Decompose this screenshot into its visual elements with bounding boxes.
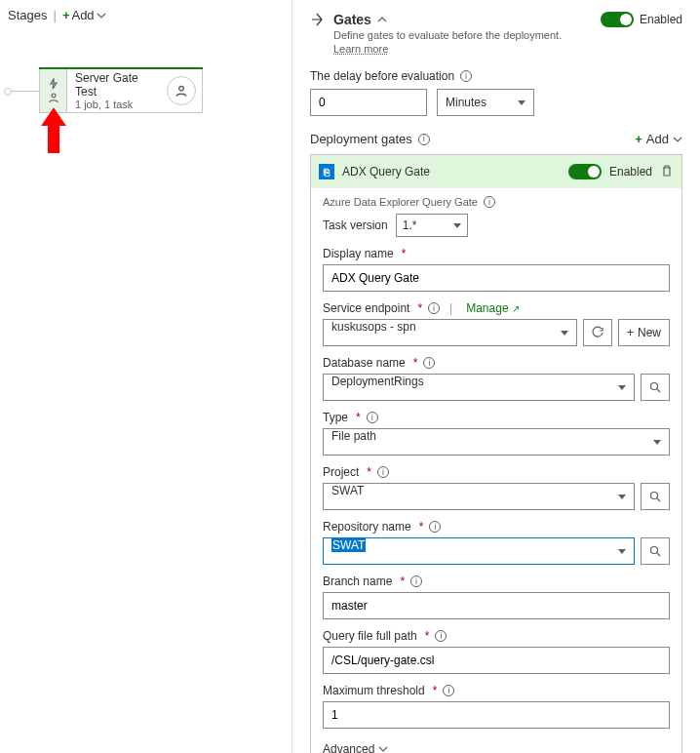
refresh-button[interactable] (583, 319, 612, 346)
deployment-gates-label: Deployment gates (310, 132, 412, 146)
enabled-label: Enabled (640, 13, 682, 26)
svg-point-1 (179, 86, 184, 91)
info-icon[interactable]: i (435, 630, 447, 642)
type-select[interactable]: File path (323, 428, 670, 456)
search-icon (649, 545, 661, 557)
task-version-select[interactable]: 1.* (396, 214, 468, 237)
task-version-label: Task version (323, 218, 388, 232)
stage-title: Server Gate Test (75, 71, 159, 99)
manage-link[interactable]: Manage↗ (466, 301, 519, 315)
database-label: Database name (323, 356, 406, 370)
post-deploy-conditions[interactable] (167, 76, 196, 105)
gate-title: ADX Query Gate (342, 165, 561, 178)
search-button[interactable] (641, 374, 670, 401)
chevron-up-icon[interactable] (377, 15, 387, 24)
info-icon[interactable]: i (428, 302, 440, 314)
panel-desc: Define gates to evaluate before the depl… (333, 29, 562, 41)
person-icon (175, 84, 188, 98)
display-name-label: Display name (323, 247, 394, 260)
svg-point-3 (651, 493, 658, 499)
annotation-arrow (37, 105, 70, 157)
info-icon[interactable]: i (418, 134, 430, 145)
refresh-icon (591, 326, 604, 339)
type-label: Type (323, 411, 348, 424)
query-input[interactable] (323, 647, 670, 674)
project-select[interactable]: SWAT (323, 483, 635, 510)
advanced-section[interactable]: Advanced (323, 742, 670, 753)
person-icon (48, 92, 59, 103)
repo-label: Repository name (323, 520, 411, 534)
svg-point-2 (651, 383, 658, 390)
info-icon[interactable]: i (484, 196, 495, 208)
add-gate-button[interactable]: + Add (635, 132, 682, 146)
gate-subtitle: Azure Data Explorer Query Gate (323, 196, 478, 208)
endpoint-label: Service endpoint (323, 301, 409, 315)
info-icon[interactable]: i (460, 70, 472, 82)
info-icon[interactable]: i (429, 521, 441, 533)
learn-more-link[interactable]: Learn more (333, 43, 388, 55)
trash-icon (660, 164, 674, 178)
delete-gate-button[interactable] (660, 164, 674, 180)
gates-enabled-toggle[interactable] (601, 12, 634, 27)
svg-point-0 (52, 94, 56, 98)
info-icon[interactable]: i (443, 685, 454, 696)
delay-label: The delay before evaluation (310, 69, 454, 83)
lightning-icon (48, 78, 59, 90)
gate-card: ⎘ ADX Query Gate Enabled Azure Data Expl… (310, 154, 682, 753)
project-label: Project (323, 465, 359, 479)
connector-line (8, 91, 39, 92)
endpoint-select[interactable]: kuskusops - spn (323, 319, 577, 346)
max-input[interactable] (323, 701, 670, 729)
gate-header[interactable]: ⎘ ADX Query Gate Enabled (311, 155, 681, 188)
search-icon (649, 491, 661, 502)
query-label: Query file full path (323, 629, 417, 643)
branch-input[interactable] (323, 592, 670, 619)
search-icon (649, 381, 661, 393)
info-icon[interactable]: i (423, 357, 435, 369)
info-icon[interactable]: i (410, 575, 422, 587)
gate-enabled-label: Enabled (609, 165, 652, 178)
info-icon[interactable]: i (367, 412, 378, 423)
external-link-icon: ↗ (512, 303, 520, 314)
panel-title: Gates (333, 12, 371, 27)
delay-unit-select[interactable]: Minutes (437, 89, 534, 116)
svg-point-4 (651, 547, 658, 554)
stage-body[interactable]: Server Gate Test 1 job, 1 task (67, 67, 167, 114)
search-button[interactable] (641, 537, 670, 565)
plus-icon: + (627, 326, 634, 339)
delay-value-input[interactable] (310, 89, 427, 116)
repo-select[interactable]: SWAT (323, 537, 635, 565)
branch-label: Branch name (323, 575, 392, 588)
adx-logo-icon: ⎘ (319, 164, 334, 179)
chevron-down-icon (378, 744, 388, 753)
gate-enabled-toggle[interactable] (568, 164, 602, 179)
plus-icon: + (635, 132, 642, 146)
info-icon[interactable]: i (377, 466, 389, 478)
new-endpoint-button[interactable]: +New (618, 319, 670, 346)
stage-subtitle: 1 job, 1 task (75, 99, 159, 110)
gates-icon (310, 12, 326, 27)
search-button[interactable] (641, 483, 670, 510)
max-label: Maximum threshold (323, 684, 425, 697)
chevron-down-icon (673, 135, 682, 144)
database-select[interactable]: DeploymentRings (323, 374, 635, 401)
display-name-input[interactable] (323, 264, 670, 292)
